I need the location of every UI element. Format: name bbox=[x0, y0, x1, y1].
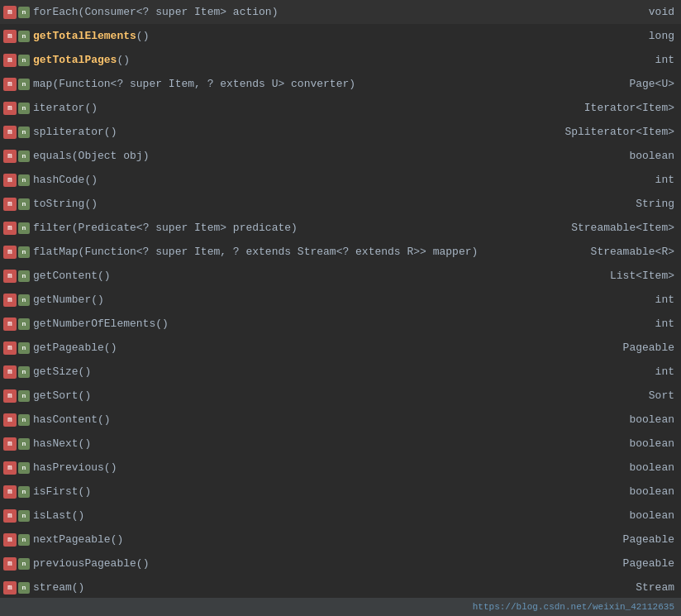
method-params: () bbox=[136, 557, 150, 570]
tag-icon: n bbox=[18, 222, 30, 234]
return-type: boolean bbox=[562, 437, 678, 450]
method-signature: getSort() bbox=[33, 389, 562, 402]
m-icon: m bbox=[3, 341, 17, 355]
method-signature: getNumber() bbox=[33, 294, 562, 306]
m-icon: m bbox=[3, 294, 17, 307]
table-row[interactable]: mngetPageable()Pageable bbox=[0, 336, 681, 360]
method-params: () bbox=[84, 174, 98, 186]
method-signature: spliterator() bbox=[33, 126, 562, 138]
return-type: Iterator<Item> bbox=[562, 102, 678, 114]
tag-icon: n bbox=[18, 366, 30, 378]
table-row[interactable]: mngetTotalElements()long bbox=[0, 24, 681, 48]
table-row[interactable]: mnmap(Function<? super Item, ? extends U… bbox=[0, 72, 681, 96]
table-row[interactable]: mnstream()Stream bbox=[0, 575, 681, 599]
method-name: getNumberOfElements bbox=[33, 318, 155, 330]
m-icon: m bbox=[3, 533, 17, 547]
method-name: getContent bbox=[33, 270, 98, 282]
m-icon: m bbox=[3, 54, 17, 67]
m-icon: m bbox=[3, 318, 17, 331]
tag-icon: n bbox=[18, 7, 30, 18]
method-params: () bbox=[91, 294, 104, 306]
table-row[interactable]: mngetSort()Sort bbox=[0, 384, 681, 408]
method-name: forEach bbox=[33, 6, 79, 18]
method-name: getPageable bbox=[33, 341, 104, 354]
table-row[interactable]: mngetContent()List<Item> bbox=[0, 264, 681, 288]
m-icon: m bbox=[3, 222, 17, 235]
return-type: int bbox=[562, 318, 678, 330]
m-icon: m bbox=[3, 581, 17, 595]
return-type: List<Item> bbox=[562, 270, 678, 282]
table-row[interactable]: mnhashCode()int bbox=[0, 168, 681, 192]
return-type: long bbox=[562, 30, 678, 42]
method-signature: previousPageable() bbox=[33, 557, 562, 570]
method-signature: hasContent() bbox=[33, 413, 562, 426]
method-signature: iterator() bbox=[33, 102, 562, 114]
tag-icon: n bbox=[18, 582, 30, 594]
table-row[interactable]: mngetSize()int bbox=[0, 360, 681, 384]
table-row[interactable]: mnspliterator()Spliterator<Item> bbox=[0, 120, 681, 144]
table-row[interactable]: mnflatMap(Function<? super Item, ? exten… bbox=[0, 240, 681, 264]
table-row[interactable]: mnhasPrevious()boolean bbox=[0, 456, 681, 480]
table-row[interactable]: mngetTotalPages()int bbox=[0, 48, 681, 72]
m-icon: m bbox=[3, 174, 17, 187]
method-signature: getSize() bbox=[33, 365, 562, 378]
method-name: nextPageable bbox=[33, 533, 111, 546]
tag-icon: n bbox=[18, 246, 30, 258]
method-name: flatMap bbox=[33, 246, 79, 258]
tag-icon: n bbox=[18, 342, 30, 354]
method-params: () bbox=[136, 30, 150, 42]
m-icon: m bbox=[3, 78, 17, 91]
tag-icon: n bbox=[18, 198, 30, 210]
return-type: Streamable<R> bbox=[562, 246, 678, 258]
tag-icon: n bbox=[18, 462, 30, 474]
method-name: isFirst bbox=[33, 485, 79, 498]
table-row[interactable]: mnhasNext()boolean bbox=[0, 432, 681, 456]
tag-icon: n bbox=[18, 127, 30, 138]
method-signature: isFirst() bbox=[33, 485, 562, 498]
method-name: spliterator bbox=[33, 126, 104, 138]
method-name: map bbox=[33, 78, 52, 90]
return-type: Pageable bbox=[562, 341, 678, 354]
return-type: void bbox=[562, 6, 678, 18]
table-row[interactable]: mnfilter(Predicate<? super Item> predica… bbox=[0, 216, 681, 240]
return-type: boolean bbox=[562, 150, 678, 162]
method-params: (Function<? super Item, ? extends Stream… bbox=[79, 246, 479, 258]
table-row[interactable]: mniterator()Iterator<Item> bbox=[0, 96, 681, 120]
m-icon: m bbox=[3, 557, 17, 571]
method-signature: getTotalElements() bbox=[33, 30, 562, 42]
table-row[interactable]: mngetNumberOfElements()int bbox=[0, 312, 681, 336]
m-icon: m bbox=[3, 413, 17, 427]
table-row[interactable]: mnpreviousPageable()Pageable bbox=[0, 552, 681, 575]
method-name: hashCode bbox=[33, 174, 84, 186]
m-icon: m bbox=[3, 389, 17, 403]
method-params: () bbox=[79, 437, 92, 450]
method-name: isLast bbox=[33, 509, 72, 522]
method-signature: stream() bbox=[33, 581, 562, 594]
table-row[interactable]: mnforEach(Consumer<? super Item> action)… bbox=[0, 0, 681, 24]
tag-icon: n bbox=[18, 390, 30, 402]
method-name-bold: getTotalPages bbox=[33, 54, 117, 66]
tag-icon: n bbox=[18, 414, 30, 426]
tag-icon: n bbox=[18, 103, 30, 114]
return-type: boolean bbox=[562, 485, 678, 498]
table-row[interactable]: mntoString()String bbox=[0, 192, 681, 216]
method-signature: forEach(Consumer<? super Item> action) bbox=[33, 6, 562, 18]
table-row[interactable]: mnisLast()boolean bbox=[0, 504, 681, 528]
method-params: () bbox=[79, 365, 92, 378]
return-type: Sort bbox=[562, 389, 678, 402]
table-row[interactable]: mnhasContent()boolean bbox=[0, 408, 681, 432]
method-params: () bbox=[72, 581, 85, 594]
tag-icon: n bbox=[18, 270, 30, 282]
method-params: () bbox=[98, 413, 111, 426]
tag-icon: n bbox=[18, 318, 30, 330]
method-name: equals bbox=[33, 150, 72, 162]
table-row[interactable]: mngetNumber()int bbox=[0, 288, 681, 312]
m-icon: m bbox=[3, 485, 17, 499]
table-row[interactable]: mnequals(Object obj)boolean bbox=[0, 144, 681, 168]
method-name: hasNext bbox=[33, 437, 79, 450]
table-row[interactable]: mnisFirst()boolean bbox=[0, 480, 681, 504]
method-name: hasContent bbox=[33, 413, 98, 426]
table-row[interactable]: mnnextPageable()Pageable bbox=[0, 528, 681, 552]
method-params: (Consumer<? super Item> action) bbox=[79, 6, 279, 18]
return-type: Stream bbox=[562, 581, 678, 594]
